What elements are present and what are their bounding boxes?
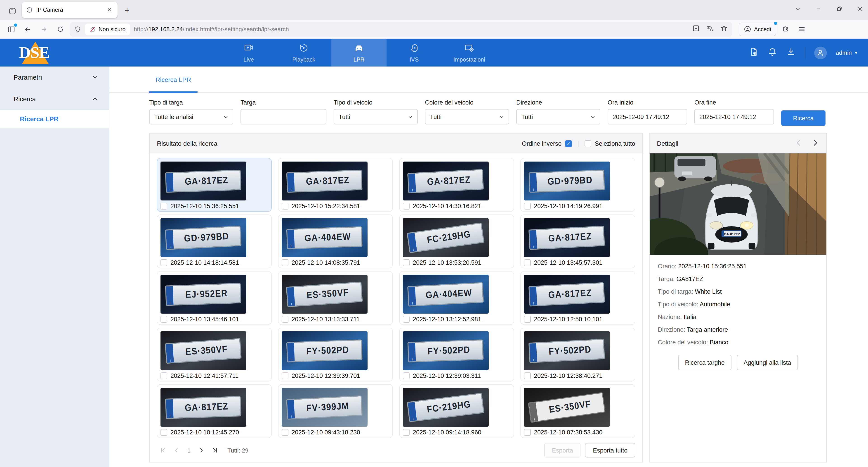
result-checkbox[interactable] xyxy=(403,429,410,436)
page-number[interactable]: 1 xyxy=(184,447,194,454)
last-page-icon[interactable] xyxy=(209,444,221,456)
result-checkbox[interactable] xyxy=(282,373,288,379)
reverse-order-checkbox[interactable]: ✓ xyxy=(565,140,572,147)
tab-close-icon[interactable]: ✕ xyxy=(105,5,114,14)
alarm-bell-icon[interactable] xyxy=(767,47,777,58)
filter-select[interactable]: Tutti xyxy=(334,109,418,124)
result-card[interactable]: FY·502PD2025-12-10 12:39:03.311 xyxy=(399,328,514,381)
result-card[interactable]: GD·979BD2025-12-10 14:19:26.991 xyxy=(520,158,635,212)
result-card[interactable]: GA·817EZ2025-12-10 15:36:25.551 xyxy=(157,158,272,212)
result-card[interactable]: EJ·952ER2025-12-10 13:45:46.101 xyxy=(157,271,272,325)
divider: | xyxy=(577,140,579,147)
result-checkbox[interactable] xyxy=(403,259,410,266)
result-card[interactable]: FC·219HG2025-12-10 09:14:18.960 xyxy=(399,384,514,438)
result-card[interactable]: GA·817EZ2025-12-10 12:50:10.101 xyxy=(520,271,635,325)
result-checkbox[interactable] xyxy=(282,259,288,266)
signin-button[interactable]: Accedi xyxy=(739,22,776,36)
tab-ricerca-lpr[interactable]: Ricerca LPR xyxy=(149,66,197,93)
shield-icon[interactable] xyxy=(74,26,81,33)
result-checkbox[interactable] xyxy=(524,373,531,379)
nav-item-playback[interactable]: Playback xyxy=(276,39,331,66)
sidebar-item-ricerca-lpr[interactable]: Ricerca LPR xyxy=(0,110,109,128)
result-card[interactable]: FY·502PD2025-12-10 12:38:40.271 xyxy=(520,328,635,381)
result-checkbox[interactable] xyxy=(524,203,531,209)
details-prev-icon[interactable] xyxy=(795,139,802,148)
result-card[interactable]: ES·350VF2025-12-10 13:13:33.711 xyxy=(278,271,393,325)
minimize-icon[interactable] xyxy=(814,6,823,11)
result-checkbox[interactable] xyxy=(524,316,531,323)
search-button[interactable]: Ricerca xyxy=(781,110,826,126)
result-card[interactable]: GA·404EW2025-12-10 14:08:35.791 xyxy=(278,214,393,268)
extensions-icon[interactable] xyxy=(779,22,792,36)
plate-thumbnail: GA·404EW xyxy=(282,218,368,257)
next-page-icon[interactable] xyxy=(196,444,208,456)
result-checkbox[interactable] xyxy=(160,203,167,209)
forward-icon[interactable] xyxy=(37,22,51,36)
result-checkbox[interactable] xyxy=(282,429,288,436)
result-card[interactable]: GA·817EZ2025-12-10 15:22:34.581 xyxy=(278,158,393,212)
result-card[interactable]: GA·817EZ2025-12-10 14:30:16.821 xyxy=(399,158,514,212)
first-page-icon[interactable] xyxy=(157,444,168,456)
result-card[interactable]: GA·404EW2025-12-10 13:12:52.981 xyxy=(399,271,514,325)
result-checkbox[interactable] xyxy=(160,259,167,266)
result-card[interactable]: FC·219HG2025-12-10 13:53:20.591 xyxy=(399,214,514,268)
result-card[interactable]: GA·817EZ2025-12-10 10:12:45.270 xyxy=(157,384,272,438)
export-all-button[interactable]: Esporta tutto xyxy=(585,443,635,458)
menu-hamburger-icon[interactable] xyxy=(795,22,809,36)
filter-select[interactable]: Tutti xyxy=(425,109,509,124)
result-checkbox[interactable] xyxy=(403,203,410,209)
export-button[interactable]: Esporta xyxy=(544,443,581,458)
result-card[interactable]: ES·350VF2025-12-10 12:41:57.711 xyxy=(157,328,272,381)
result-card[interactable]: GA·817EZ2025-12-10 13:45:57.301 xyxy=(520,214,635,268)
result-checkbox[interactable] xyxy=(403,316,410,323)
details-next-icon[interactable] xyxy=(811,139,819,148)
filter-select[interactable]: Tutte le analisi xyxy=(149,109,233,124)
filter-select[interactable]: Tutti xyxy=(516,109,600,124)
sidebar-group-parametri[interactable]: Parametri xyxy=(0,66,109,88)
nav-item-live[interactable]: Live xyxy=(221,39,276,66)
result-card[interactable]: FY·502PD2025-12-10 12:39:39.701 xyxy=(278,328,393,381)
prev-page-icon[interactable] xyxy=(170,444,182,456)
aggiungi-alla-lista-button[interactable]: Aggiungi alla lista xyxy=(737,355,798,370)
ricerca-targhe-button[interactable]: Ricerca targhe xyxy=(678,355,732,370)
result-card[interactable]: ES·350VF2025-12-10 07:38:53.430 xyxy=(520,384,635,438)
browser-tab[interactable]: IP Camera ✕ xyxy=(22,2,118,18)
bookmark-star-icon[interactable] xyxy=(720,24,728,34)
result-checkbox[interactable] xyxy=(160,373,167,379)
filter-input[interactable]: 2025-12-10 17:49:12 xyxy=(694,109,774,124)
firefox-view-icon[interactable] xyxy=(4,3,20,19)
result-checkbox[interactable] xyxy=(524,429,531,436)
result-checkbox[interactable] xyxy=(160,316,167,323)
result-checkbox[interactable] xyxy=(282,316,288,323)
tab-list-icon[interactable] xyxy=(793,6,802,11)
close-window-icon[interactable] xyxy=(855,6,864,11)
avatar[interactable] xyxy=(814,47,827,59)
sidebar-toggle-icon[interactable] xyxy=(4,22,18,36)
url-field[interactable]: Non sicuro http://192.168.2.24/index.htm… xyxy=(70,22,733,36)
filter-ora-fine: Ora fine2025-12-10 17:49:12 xyxy=(694,99,774,133)
back-icon[interactable] xyxy=(21,22,34,36)
result-checkbox[interactable] xyxy=(160,429,167,436)
guide-icon[interactable]: ? xyxy=(749,47,758,58)
nav-item-ivs[interactable]: AIIVS xyxy=(386,39,442,66)
result-checkbox[interactable] xyxy=(403,373,410,379)
translate-icon[interactable] xyxy=(706,24,714,34)
nav-item-lpr[interactable]: LPR xyxy=(331,39,386,66)
result-card[interactable]: GD·979BD2025-12-10 14:18:14.581 xyxy=(157,214,272,268)
restore-icon[interactable] xyxy=(835,6,844,11)
reload-icon[interactable] xyxy=(53,22,67,36)
nav-item-impostazioni[interactable]: Impostazioni xyxy=(442,39,497,66)
security-chip[interactable]: Non sicuro xyxy=(85,23,130,35)
filter-label: Ora inizio xyxy=(608,99,687,106)
filter-input[interactable] xyxy=(241,109,327,124)
result-checkbox[interactable] xyxy=(282,203,288,209)
filter-input[interactable]: 2025-12-09 17:49:12 xyxy=(608,109,687,124)
select-all-checkbox[interactable] xyxy=(584,140,591,147)
result-checkbox[interactable] xyxy=(524,259,531,266)
user-menu[interactable]: admin▼ xyxy=(836,49,858,56)
result-card[interactable]: FV·399JM2025-12-10 09:43:18.230 xyxy=(278,384,393,438)
sidebar-group-ricerca[interactable]: Ricerca xyxy=(0,88,109,110)
save-page-icon[interactable] xyxy=(692,24,700,34)
download-icon[interactable] xyxy=(786,47,796,58)
new-tab-button[interactable]: + xyxy=(120,4,134,17)
